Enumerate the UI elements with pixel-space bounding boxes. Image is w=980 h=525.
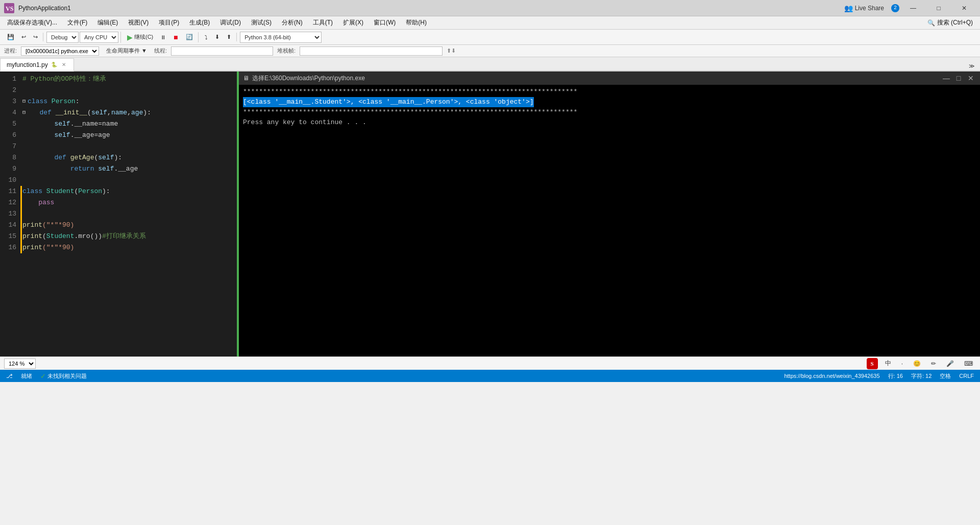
- step-out-btn[interactable]: ⬆: [224, 33, 234, 41]
- step-into-btn[interactable]: ⬇: [212, 33, 223, 41]
- notification-badge[interactable]: 2: [891, 4, 899, 12]
- menu-tools[interactable]: 工具(T): [308, 17, 338, 29]
- code-token: name: [111, 107, 127, 118]
- pause-btn[interactable]: ⏸: [157, 33, 169, 41]
- toolbar-save-group: 💾 ↩ ↪: [2, 33, 43, 41]
- console-maximize-btn[interactable]: □: [953, 73, 964, 83]
- code-token: self: [54, 130, 70, 141]
- menu-file[interactable]: 文件(F): [62, 17, 92, 29]
- thread-input[interactable]: [171, 46, 273, 56]
- code-line-12: pass: [20, 197, 239, 208]
- fold-icon-3[interactable]: ⊟: [22, 96, 26, 107]
- code-token: Person: [52, 96, 76, 107]
- menu-window[interactable]: 窗口(W): [369, 17, 401, 29]
- line-num-1: 1: [0, 74, 16, 85]
- menu-test[interactable]: 测试(S): [246, 17, 277, 29]
- lifecycle-btn[interactable]: 生命周期事件 ▼: [103, 46, 150, 56]
- step-over-btn[interactable]: ⤵: [202, 33, 211, 41]
- code-token: Student: [46, 186, 75, 197]
- tab-myfunction1[interactable]: myfunction1.py 🐍 ✕: [0, 58, 74, 71]
- code-token: self: [98, 152, 114, 163]
- code-token: ,: [107, 107, 111, 118]
- fold-icon-4[interactable]: ⊟: [22, 107, 26, 118]
- code-token: [52, 107, 56, 118]
- status-row[interactable]: 行: 16: [886, 370, 905, 382]
- menu-advanced-save[interactable]: 高级保存选项(V)...: [2, 17, 62, 29]
- python-version-select[interactable]: Python 3.8 (64-bit): [240, 32, 322, 43]
- zoom-select[interactable]: 124 %: [4, 359, 36, 369]
- status-git[interactable]: ⎇: [4, 370, 15, 382]
- live-share-button[interactable]: 👥 Live Share: [839, 3, 889, 13]
- restart-btn[interactable]: 🔄: [183, 33, 196, 41]
- toolbar-undo-btn[interactable]: ↩: [18, 33, 29, 41]
- ime-lang-btn[interactable]: 中: [882, 359, 894, 369]
- git-icon: ⎇: [6, 373, 13, 379]
- code-token: Student: [46, 231, 75, 242]
- menu-help[interactable]: 帮助(H): [401, 17, 432, 29]
- menu-analyze[interactable]: 分析(N): [277, 17, 308, 29]
- console-minimize-btn[interactable]: —: [941, 73, 951, 83]
- process-select[interactable]: [0x00000d1c] python.exe: [21, 46, 99, 56]
- toolbar-redo-btn[interactable]: ↪: [30, 33, 41, 41]
- code-token: [22, 130, 54, 141]
- status-url[interactable]: https://blog.csdn.net/weixin_43942635: [782, 370, 881, 382]
- url-text: https://blog.csdn.net/weixin_43942635: [784, 373, 879, 379]
- menu-edit[interactable]: 编辑(E): [92, 17, 123, 29]
- continue-btn[interactable]: ▶ 继续(C): [124, 32, 156, 42]
- ime-pen-btn[interactable]: ✏: [928, 359, 939, 369]
- yellow-indicator: [20, 231, 22, 242]
- code-token: print: [22, 220, 42, 231]
- minimize-button[interactable]: —: [901, 0, 925, 16]
- line-num-16: 16: [0, 242, 16, 253]
- stop-btn[interactable]: ⏹: [170, 33, 182, 41]
- ime-emoji-btn[interactable]: 😊: [910, 359, 924, 369]
- menu-extensions[interactable]: 扩展(X): [338, 17, 369, 29]
- code-token: .__name=name: [70, 118, 118, 130]
- console-titlebar-right: — □ ✕: [941, 73, 976, 83]
- title-bar-title: PythonApplication1: [18, 5, 71, 12]
- ime-dot-btn[interactable]: ·: [898, 359, 906, 369]
- stack-arrows: ⬆⬇: [447, 47, 456, 54]
- col-label: 字符: 12: [911, 372, 932, 380]
- status-no-issues[interactable]: ✓ 未找到相关问题: [38, 370, 89, 382]
- menu-project[interactable]: 项目(P): [154, 17, 184, 29]
- code-lines[interactable]: # Python的OOP特性：继承 ⊟ class Person : ⊟ def: [20, 71, 239, 356]
- menu-search[interactable]: 🔍 搜索 (Ctrl+Q): [922, 17, 978, 29]
- code-token: [22, 163, 70, 175]
- stack-input[interactable]: [300, 46, 443, 56]
- console-highlight-text: [<class '__main__.Student'>, <class '__m…: [243, 97, 534, 107]
- status-col[interactable]: 字符: 12: [909, 370, 934, 382]
- code-token: ):: [102, 186, 110, 197]
- ime-keyboard-btn[interactable]: ⌨: [961, 359, 976, 369]
- status-encoding[interactable]: CRLF: [957, 370, 976, 382]
- close-button[interactable]: ✕: [952, 0, 976, 16]
- code-token: [22, 118, 54, 130]
- maximize-button[interactable]: □: [927, 0, 950, 16]
- status-spaces[interactable]: 空格: [938, 370, 953, 382]
- menu-build[interactable]: 生成(B): [184, 17, 215, 29]
- yellow-indicator: [20, 220, 22, 231]
- debug-config-select[interactable]: Debug: [46, 32, 79, 43]
- console-output[interactable]: ****************************************…: [239, 85, 980, 356]
- code-token: #打印继承关系: [102, 231, 146, 242]
- code-line-13: [20, 208, 239, 220]
- menu-debug[interactable]: 调试(D): [215, 17, 246, 29]
- code-token: self: [54, 118, 70, 130]
- menu-view[interactable]: 视图(V): [123, 17, 154, 29]
- code-token: Person: [78, 186, 102, 197]
- console-close-btn[interactable]: ✕: [966, 73, 976, 83]
- code-token: return: [70, 163, 94, 175]
- platform-select[interactable]: Any CPU: [80, 32, 118, 43]
- code-line-2: [20, 85, 239, 96]
- code-token: [94, 163, 98, 175]
- bottom-bar-left: 124 %: [4, 359, 36, 369]
- code-token: (: [42, 231, 46, 242]
- title-bar-left: VS PythonApplication1: [4, 3, 71, 13]
- tab-overflow-btn[interactable]: ≫: [966, 62, 978, 70]
- ime-mic-btn[interactable]: 🎤: [943, 359, 957, 369]
- code-line-7: [20, 141, 239, 152]
- toolbar-save-btn[interactable]: 💾: [4, 33, 17, 41]
- tab-close-btn[interactable]: ✕: [60, 61, 67, 68]
- code-token: ("*"*90): [42, 220, 74, 231]
- line-num-4: 4: [0, 107, 16, 118]
